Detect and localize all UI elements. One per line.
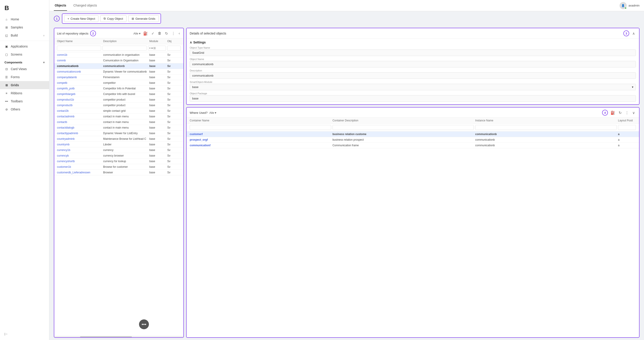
- list-table-body: comm1b communication in organisation bas…: [54, 52, 184, 336]
- settings-form: Object Type Name SwatGrid Object Name co…: [190, 46, 636, 102]
- sidebar-item-toolbars[interactable]: ••• Toolbars: [0, 97, 49, 105]
- sidebar-item-grids[interactable]: ⊞ Grids: [0, 81, 49, 89]
- generate-grids-button[interactable]: ⊞ Generate Grids: [128, 15, 159, 22]
- whereused-collapse-icon[interactable]: ∨: [632, 110, 636, 115]
- fab-icon: •••: [142, 322, 146, 327]
- more-icon[interactable]: ⋮: [171, 31, 176, 36]
- whereused-refresh-icon[interactable]: ↻: [618, 110, 622, 115]
- label-object-package: Object Package: [190, 92, 636, 95]
- list-row-countrymb[interactable]: countrymb Länder base Sv: [54, 142, 184, 147]
- list-row-compinfo-potb[interactable]: compinfo_potb Competitor Info in Potenti…: [54, 86, 184, 91]
- collapse-details-icon[interactable]: ∧: [632, 31, 636, 36]
- horizontal-scrollbar[interactable]: [54, 336, 184, 337]
- whereused-more-icon[interactable]: ⋮: [624, 110, 630, 115]
- list-row-communicationconb[interactable]: communicationconb Dynamic Viewer for com…: [54, 69, 184, 75]
- list-row-comproduct1b[interactable]: comproduct1b competitor product base Sv: [54, 97, 184, 103]
- collapse-button[interactable]: |←: [4, 332, 44, 336]
- collapse-panel-icon[interactable]: ‹: [178, 31, 181, 36]
- list-row-compinfolargeb[interactable]: compinfolargeb Competitor Info with busr…: [54, 91, 184, 97]
- wu-filter-instance-input[interactable]: [475, 125, 617, 130]
- list-row-comm1b[interactable]: comm1b communication in organisation bas…: [54, 52, 184, 58]
- wu-col-instance: Instance Name: [475, 119, 618, 122]
- filter-obj-input[interactable]: [167, 46, 181, 51]
- input-object-name[interactable]: communicationb: [190, 61, 636, 67]
- label-object-type-name: Object Type Name: [190, 46, 636, 49]
- input-object-type-name[interactable]: SwatGrid: [190, 49, 636, 56]
- fab-button[interactable]: •••: [139, 319, 149, 329]
- components-section[interactable]: Components ∨: [0, 58, 49, 65]
- applications-icon: ▣: [4, 44, 8, 48]
- sidebar-item-card-views[interactable]: ⊡ Card Views: [0, 65, 49, 73]
- list-row-contact2b[interactable]: contact2b simple contact grid base Sv: [54, 108, 184, 114]
- list-row-customerdb-lieferadressen[interactable]: customerdb_Lieferadressen Browser base S…: [54, 170, 184, 175]
- list-row-customer1b[interactable]: customer1b Browse for customer base Sv: [54, 164, 184, 170]
- list-panel-header: List of repository objects 2 Alle ▾ ⛽ ✓ …: [54, 28, 184, 38]
- tab-objects[interactable]: Objects: [54, 0, 67, 11]
- filter-icon[interactable]: ⛽: [142, 31, 149, 36]
- wu-row-prospect-orgf[interactable]: prospect_orgf business relation prospect…: [186, 137, 639, 143]
- list-row-contactb[interactable]: contactb contact in main menu base Sv: [54, 119, 184, 125]
- filter-description-input[interactable]: [102, 46, 147, 51]
- sidebar-item-applications[interactable]: ▣ Applications: [0, 42, 49, 50]
- whereused-alle-dropdown[interactable]: Alle ▾: [209, 111, 216, 114]
- alle-dropdown[interactable]: Alle ▾: [134, 32, 140, 35]
- sidebar-label-grids: Grids: [11, 83, 19, 87]
- wu-col-layout: Layout Posit: [618, 119, 636, 122]
- list-row-currencyb[interactable]: currencyb currency browser base Sv: [54, 153, 184, 159]
- topbar-tabs: Objects Changed objects: [54, 0, 98, 11]
- list-row-countryadminb[interactable]: countryadminb Maintenance Browse for Lis…: [54, 136, 184, 142]
- filter-name-input[interactable]: [57, 46, 101, 51]
- user-status-indicator: [625, 7, 626, 9]
- create-new-object-button[interactable]: + Create New Object: [64, 15, 98, 22]
- list-row-commb[interactable]: commb Comunication in Organisation base …: [54, 58, 184, 63]
- sidebar-item-others[interactable]: ⊘ Others: [0, 105, 49, 113]
- sidebar-item-screens[interactable]: ▢ Screens: [0, 50, 49, 58]
- list-row-communicationb[interactable]: communicationb communicationb base Sv: [54, 63, 184, 69]
- copy-object-button[interactable]: ⧉ Copy Object: [100, 15, 126, 22]
- sidebar-item-samples[interactable]: ⊞ Samples: [0, 23, 49, 31]
- list-row-comproductb[interactable]: comproductb competitor product base Sv: [54, 103, 184, 108]
- sidebar-label-home: Home: [11, 17, 19, 21]
- avatar: 👤: [620, 2, 627, 9]
- col-header-name: Object Name: [57, 40, 103, 43]
- list-row-contacttypadminb[interactable]: contacttypadminb Dynamic Viewer for List…: [54, 131, 184, 136]
- label-description: Description: [190, 69, 636, 72]
- list-row-currency1b[interactable]: currency1b currency base Sv: [54, 147, 184, 153]
- wu-filter-container-input[interactable]: [190, 125, 331, 130]
- select-smartobject-module[interactable]: base ▾: [190, 84, 636, 90]
- filter-module-dropdown[interactable]: × ▾: [148, 46, 166, 51]
- field-object-name: Object Name communicationb: [190, 58, 636, 67]
- details-panel-title: Details of selected objects: [190, 32, 226, 35]
- whereused-filter-icon[interactable]: ⛽: [610, 110, 616, 115]
- sidebar-item-forms[interactable]: ☰ Forms: [0, 73, 49, 81]
- list-row-contactdialogb[interactable]: contactdialogb contact in main menu base…: [54, 125, 184, 131]
- input-object-package[interactable]: base: [190, 95, 636, 102]
- wu-row-customerf[interactable]: customerf business relation custome comm…: [186, 132, 639, 137]
- wu-filter-description-input[interactable]: [332, 125, 474, 130]
- sidebar-item-build[interactable]: ◱ Build ∨: [0, 31, 49, 39]
- sidebar-label-build: Build: [11, 34, 18, 37]
- step-badge-2: 2: [90, 30, 96, 36]
- wu-filter-layout-input[interactable]: [618, 125, 636, 130]
- list-row-competb[interactable]: competb competitor base Sv: [54, 80, 184, 86]
- list-row-currencyshortb[interactable]: currencyshortb currency for lookup base …: [54, 159, 184, 164]
- list-row-companydatamb[interactable]: companydatamb Firmenstamm base Sv: [54, 75, 184, 80]
- step-badge-1: 1: [54, 16, 60, 21]
- sidebar-item-home[interactable]: ⌂ Home: [0, 15, 49, 23]
- refresh-icon[interactable]: ↻: [164, 31, 169, 36]
- check-icon[interactable]: ✓: [150, 31, 155, 36]
- alle-chevron-icon: ▾: [139, 32, 140, 35]
- tab-changed-objects[interactable]: Changed objects: [72, 0, 98, 11]
- field-object-package: Object Package base: [190, 92, 636, 102]
- module-filter-chevron: ▾: [151, 47, 153, 50]
- wu-row-communicationf[interactable]: communicationf Communication frame commu…: [186, 143, 639, 148]
- avatar-icon: 👤: [621, 4, 625, 7]
- sidebar-item-ribbons[interactable]: ≡ Ribbons: [0, 89, 49, 97]
- create-new-label: Create New Object: [71, 17, 95, 20]
- trash-icon[interactable]: 🗑: [157, 31, 162, 36]
- card-views-icon: ⊡: [4, 67, 8, 71]
- input-description[interactable]: communicationb: [190, 72, 636, 79]
- list-row-contactadminb[interactable]: contactadminb contact in main menu base …: [54, 114, 184, 119]
- settings-collapse-icon[interactable]: ∧: [190, 40, 192, 44]
- field-smartobject-module: SmartObject-Module base ▾: [190, 81, 636, 90]
